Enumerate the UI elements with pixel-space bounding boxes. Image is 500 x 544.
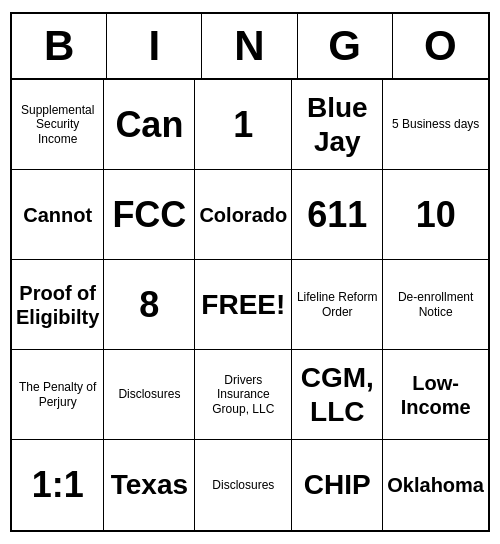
bingo-cell-17: Disclosures (104, 350, 195, 440)
bingo-cell-4: Blue Jay (292, 80, 383, 170)
bingo-cell-3: 1 (195, 80, 292, 170)
header-letter: G (298, 14, 393, 78)
bingo-cell-19: CGM, LLC (292, 350, 383, 440)
bingo-cell-15: De-enrollment Notice (383, 260, 488, 350)
bingo-cell-9: 611 (292, 170, 383, 260)
bingo-cell-11: Proof of Eligibilty (12, 260, 104, 350)
header-letter: B (12, 14, 107, 78)
bingo-grid: Supplemental Security IncomeCan1Blue Jay… (12, 80, 488, 530)
bingo-cell-24: CHIP (292, 440, 383, 530)
bingo-cell-14: Lifeline Reform Order (292, 260, 383, 350)
header-letter: N (202, 14, 297, 78)
bingo-cell-1: Supplemental Security Income (12, 80, 104, 170)
header-letter: I (107, 14, 202, 78)
bingo-cell-22: Texas (104, 440, 195, 530)
bingo-cell-2: Can (104, 80, 195, 170)
bingo-cell-23: Disclosures (195, 440, 292, 530)
bingo-header: BINGO (12, 14, 488, 80)
bingo-cell-6: Cannot (12, 170, 104, 260)
bingo-cell-5: 5 Business days (383, 80, 488, 170)
bingo-card: BINGO Supplemental Security IncomeCan1Bl… (10, 12, 490, 532)
bingo-cell-8: Colorado (195, 170, 292, 260)
bingo-cell-18: Drivers Insurance Group, LLC (195, 350, 292, 440)
bingo-cell-13: FREE! (195, 260, 292, 350)
bingo-cell-25: Oklahoma (383, 440, 488, 530)
bingo-cell-21: 1:1 (12, 440, 104, 530)
header-letter: O (393, 14, 488, 78)
bingo-cell-20: Low-Income (383, 350, 488, 440)
bingo-cell-10: 10 (383, 170, 488, 260)
bingo-cell-16: The Penalty of Perjury (12, 350, 104, 440)
bingo-cell-7: FCC (104, 170, 195, 260)
bingo-cell-12: 8 (104, 260, 195, 350)
